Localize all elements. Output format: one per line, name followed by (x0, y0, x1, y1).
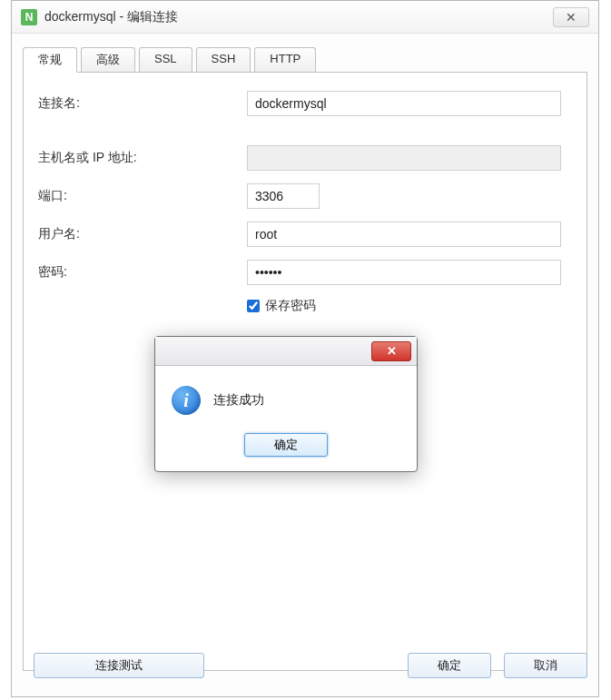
row-save-password: 保存密码 (247, 298, 572, 314)
cancel-button[interactable]: 取消 (504, 653, 587, 678)
tab-http[interactable]: HTTP (254, 47, 316, 73)
titlebar-icon-2 (533, 9, 549, 25)
row-username: 用户名: (38, 222, 572, 247)
app-icon: N (21, 9, 37, 25)
label-save-password: 保存密码 (265, 298, 316, 314)
row-password: 密码: (38, 260, 572, 285)
titlebar: N dockermysql - 编辑连接 ✕ (12, 1, 598, 34)
connection-name-input[interactable] (247, 91, 561, 116)
connection-result-dialog: ✕ i 连接成功 确定 (154, 336, 418, 472)
window-close-button[interactable]: ✕ (553, 7, 589, 27)
tab-ssh[interactable]: SSH (196, 47, 251, 73)
dialog-message: 连接成功 (213, 392, 264, 409)
label-port: 端口: (38, 188, 247, 204)
test-connection-button[interactable]: 连接测试 (34, 653, 204, 678)
tab-general[interactable]: 常规 (23, 47, 77, 73)
dialog-titlebar: ✕ (155, 337, 417, 366)
row-host: 主机名或 IP 地址: (38, 145, 572, 171)
host-input[interactable] (247, 145, 561, 171)
port-input[interactable] (247, 183, 320, 209)
dialog-close-button[interactable]: ✕ (371, 341, 411, 361)
label-password: 密码: (38, 264, 247, 281)
row-port: 端口: (38, 183, 572, 209)
tab-advanced[interactable]: 高级 (81, 47, 135, 73)
info-icon: i (172, 386, 201, 415)
label-host: 主机名或 IP 地址: (38, 150, 247, 166)
window-title: dockermysql - 编辑连接 (44, 9, 178, 25)
bottom-bar: 连接测试 确定 取消 (34, 653, 587, 678)
save-password-checkbox[interactable] (247, 300, 260, 312)
username-input[interactable] (247, 222, 561, 247)
tabstrip: 常规 高级 SSL SSH HTTP (23, 46, 587, 72)
row-connection-name: 连接名: (38, 91, 572, 116)
label-username: 用户名: (38, 226, 247, 242)
password-input[interactable] (247, 260, 561, 285)
ok-button[interactable]: 确定 (408, 653, 491, 678)
label-connection-name: 连接名: (38, 95, 247, 112)
dialog-ok-button[interactable]: 确定 (244, 433, 328, 457)
tab-ssl[interactable]: SSL (139, 47, 192, 73)
titlebar-icon-1 (509, 9, 526, 25)
